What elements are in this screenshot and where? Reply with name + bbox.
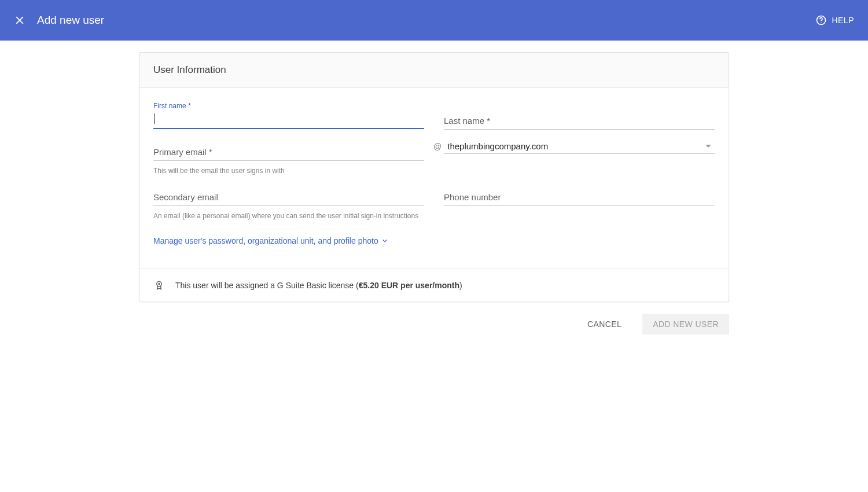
phone-input[interactable] [444,189,715,206]
section-title: User Information [139,53,729,88]
first-name-label: First name * [153,102,424,110]
secondary-email-field-wrap: An email (like a personal email) where y… [153,189,424,220]
user-info-card: User Information First name * This will … [139,52,729,302]
license-text-prefix: This user will be assigned a G Suite Bas… [175,281,359,290]
chevron-down-icon [705,145,711,148]
license-text: This user will be assigned a G Suite Bas… [175,281,462,290]
close-icon[interactable] [14,14,25,26]
first-name-field-wrap: First name * [153,102,424,129]
license-badge-icon [153,280,165,291]
last-name-field-wrap [444,112,715,130]
primary-email-field-wrap: This will be the email the user signs in… [153,144,424,175]
help-label: HELP [832,16,854,25]
last-name-input[interactable] [444,112,715,130]
secondary-email-helper: An email (like a personal email) where y… [153,212,424,220]
primary-email-input[interactable] [153,144,424,161]
dialog-actions: CANCEL ADD NEW USER [139,314,729,335]
dialog-header: Add new user HELP [0,0,868,41]
svg-point-5 [158,283,160,285]
domain-select[interactable]: @ theplumbingcompany.com [444,141,715,154]
first-name-input[interactable] [153,111,424,129]
license-price: €5.20 EUR per user/month [359,281,459,290]
help-icon [815,14,827,26]
svg-point-3 [821,23,822,23]
license-footer: This user will be assigned a G Suite Bas… [139,269,729,302]
expand-advanced-link[interactable]: Manage user's password, organizational u… [153,236,388,245]
primary-email-helper: This will be the email the user signs in… [153,167,424,175]
cancel-button[interactable]: CANCEL [580,314,628,335]
chevron-down-icon [382,238,388,244]
domain-select-wrap: @ theplumbingcompany.com [444,141,715,154]
secondary-email-input[interactable] [153,189,424,206]
license-text-suffix: ) [459,281,462,290]
expand-advanced-label: Manage user's password, organizational u… [153,236,378,245]
phone-field-wrap [444,189,715,206]
add-new-user-button[interactable]: ADD NEW USER [642,314,729,335]
at-sign: @ [433,142,442,151]
domain-value: theplumbingcompany.com [447,141,705,151]
help-link[interactable]: HELP [815,14,854,26]
dialog-title: Add new user [37,14,104,27]
